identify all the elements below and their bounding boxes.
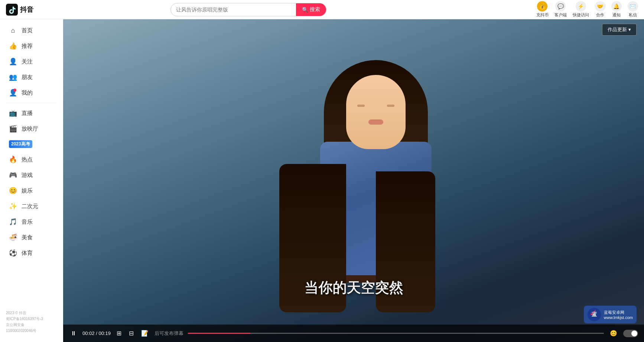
hotspot-icon: 🔥 xyxy=(9,155,17,164)
sidebar-item-label: 二次元 xyxy=(22,203,38,210)
footer-gov-num: 1100002020046号 xyxy=(6,328,57,334)
notify-label: 通知 xyxy=(612,12,621,18)
nav-private[interactable]: ✉️ 私信 xyxy=(628,1,638,18)
search-input[interactable] xyxy=(171,7,296,13)
sidebar-divider-1 xyxy=(6,103,57,103)
sidebar-item-label: 推荐 xyxy=(22,43,33,50)
gaokao-badge: 2023高考 xyxy=(9,140,32,148)
person-face xyxy=(346,75,406,149)
time-display: 00:02 / 00:19 xyxy=(82,331,111,336)
danmaku-icon: 📝 xyxy=(141,330,149,337)
sidebar-item-label: 热点 xyxy=(22,156,33,163)
music-icon: 🎵 xyxy=(9,218,17,226)
sidebar-item-mine[interactable]: 👤 我的 xyxy=(0,85,63,101)
mine-badge xyxy=(13,89,16,92)
home-icon: ⌂ xyxy=(9,27,17,34)
logo-text: 抖音 xyxy=(20,5,33,14)
video-controls-bar: ⏸ 00:02 / 00:19 ⊞ ⊟ 📝 后可发布弹幕 xyxy=(63,325,644,342)
notify-icon: 🔔 xyxy=(611,1,622,11)
sidebar-item-label: 游戏 xyxy=(22,172,33,179)
sidebar-item-music[interactable]: 🎵 音乐 xyxy=(0,214,63,230)
works-update-label: 作品更新 ▾ xyxy=(608,26,631,33)
sidebar-item-follow[interactable]: 👤 关注 xyxy=(0,54,63,69)
food-icon: 🍜 xyxy=(9,233,17,241)
express-label: 快捷访问 xyxy=(573,12,589,18)
danmaku-icon-btn[interactable]: 📝 xyxy=(140,328,150,338)
entertainment-icon: 😊 xyxy=(9,187,17,195)
footer-icp: 蜀ICP备16016397号-3 xyxy=(6,316,57,322)
recharge-label: 充抖币 xyxy=(536,12,549,18)
nav-express[interactable]: ⚡ 快捷访问 xyxy=(573,1,589,18)
recharge-icon: 💰 xyxy=(537,1,547,11)
cinema-icon: 🎬 xyxy=(9,125,17,133)
sidebar-item-label: 直播 xyxy=(22,110,33,117)
private-label: 私信 xyxy=(629,12,637,18)
thumb-up-icon: 👍 xyxy=(9,42,17,50)
sidebar-footer: 2023 © 抖音 蜀ICP备16016397号-3 京公网安备 1100002… xyxy=(0,306,63,338)
footer-copyright: 2023 © 抖音 xyxy=(6,310,57,316)
sidebar-item-game[interactable]: 🎮 游戏 xyxy=(0,167,63,183)
sidebar-item-sports[interactable]: ⚽ 体育 xyxy=(0,245,63,261)
screenshot-icon: ⊞ xyxy=(117,330,121,337)
volume-toggle[interactable] xyxy=(623,330,638,337)
customer-label: 客户端 xyxy=(554,12,567,18)
sidebar-item-label: 体育 xyxy=(22,250,33,257)
friends-icon: 👥 xyxy=(9,73,17,81)
sidebar-item-label: 放映厅 xyxy=(22,125,38,132)
video-player-area: 作品更新 ▾ 当你的天空突然 → 蓝 蓝莓安卓网 www.lmkjst.com … xyxy=(63,19,644,342)
video-progress-bar[interactable] xyxy=(188,333,604,334)
follow-icon: 👤 xyxy=(9,57,17,66)
game-icon: 🎮 xyxy=(9,171,17,179)
total-time: 00:19 xyxy=(98,331,111,336)
main-layout: ⌂ 首页 👍 推荐 👤 关注 👥 朋友 👤 我的 📺 直播 🎬 放映厅 xyxy=(0,19,644,342)
sidebar-item-anime[interactable]: ✨ 二次元 xyxy=(0,198,63,214)
video-subtitle: 当你的天空突然 xyxy=(304,279,403,297)
sidebar-item-label: 美食 xyxy=(22,234,33,241)
sidebar-item-label: 首页 xyxy=(22,27,33,34)
top-navigation: 抖音 🔍 搜索 💰 充抖币 💬 客户端 ⚡ 快捷访问 🤝 合作 🔔 通知 xyxy=(0,0,644,19)
nav-notify[interactable]: 🔔 通知 xyxy=(611,1,622,18)
pause-icon: ⏸ xyxy=(71,330,77,337)
danmaku-placeholder-text[interactable]: 后可发布弹幕 xyxy=(155,330,183,337)
sidebar-item-hotspot[interactable]: 🔥 热点 xyxy=(0,152,63,167)
sidebar-item-home[interactable]: ⌂ 首页 xyxy=(0,23,63,38)
emoji-icon: 😊 xyxy=(610,330,617,337)
tiktok-logo-icon xyxy=(6,4,18,16)
current-time: 00:02 xyxy=(82,331,95,336)
live-icon: 📺 xyxy=(9,109,17,117)
watermark-line1: 蓝莓安卓网 xyxy=(604,310,633,315)
express-icon: ⚡ xyxy=(576,1,586,11)
coop-label: 合作 xyxy=(596,12,604,18)
sidebar-item-label: 音乐 xyxy=(22,218,33,226)
pause-button[interactable]: ⏸ xyxy=(69,329,78,338)
sports-icon: ⚽ xyxy=(9,249,17,257)
search-icon: 🔍 xyxy=(302,7,308,13)
screenshot-button[interactable]: ⊞ xyxy=(115,328,123,338)
nav-customer[interactable]: 💬 客户端 xyxy=(554,1,567,18)
search-button[interactable]: 🔍 搜索 xyxy=(296,3,326,16)
nav-coop[interactable]: 🤝 合作 xyxy=(595,1,605,18)
search-bar: 🔍 搜索 xyxy=(170,3,326,16)
anime-icon: ✨ xyxy=(9,202,17,210)
sidebar-item-label: 娱乐 xyxy=(22,187,33,194)
sidebar-item-food[interactable]: 🍜 美食 xyxy=(0,230,63,245)
sidebar-item-live[interactable]: 📺 直播 xyxy=(0,105,63,121)
nav-recharge[interactable]: 💰 充抖币 xyxy=(536,1,549,18)
sidebar-item-label: 朋友 xyxy=(22,74,33,81)
sidebar-item-gaokao[interactable]: 2023高考 xyxy=(0,137,63,152)
coop-icon: 🤝 xyxy=(595,1,605,11)
sidebar-item-friends[interactable]: 👥 朋友 xyxy=(0,69,63,85)
pip-icon: ⊟ xyxy=(129,330,134,337)
search-button-label: 搜索 xyxy=(310,6,320,13)
sidebar-item-label: 我的 xyxy=(22,89,33,96)
works-update-button[interactable]: 作品更新 ▾ xyxy=(602,24,637,36)
emoji-button[interactable]: 😊 xyxy=(608,328,619,338)
footer-gov: 京公网安备 xyxy=(6,322,57,328)
watermark-line2: www.lmkjst.com xyxy=(604,315,633,320)
logo-area: 抖音 xyxy=(6,4,65,16)
pip-button[interactable]: ⊟ xyxy=(127,328,135,338)
sidebar-item-cinema[interactable]: 🎬 放映厅 xyxy=(0,121,63,137)
video-progress-played xyxy=(188,333,250,334)
sidebar-item-recommend[interactable]: 👍 推荐 xyxy=(0,38,63,54)
sidebar-item-entertainment[interactable]: 😊 娱乐 xyxy=(0,183,63,198)
